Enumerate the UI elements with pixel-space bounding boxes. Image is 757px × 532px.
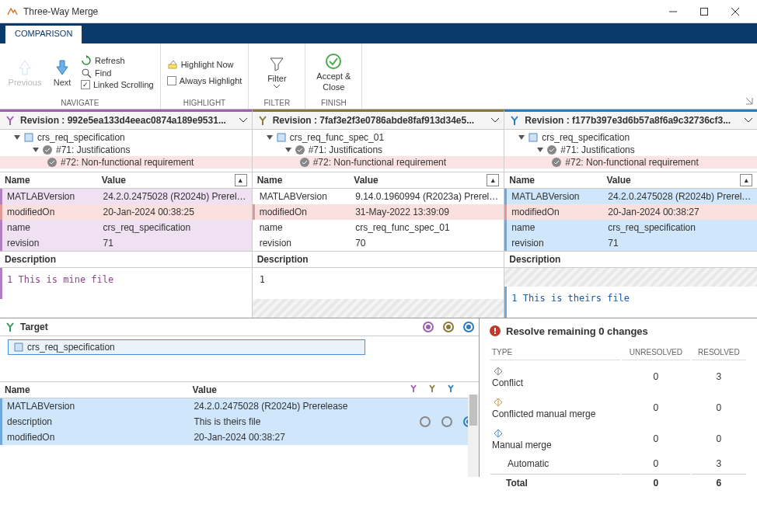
resolve-total-row: Total06	[490, 474, 746, 492]
refresh-button[interactable]: Refresh	[81, 55, 154, 66]
triangle-down-icon	[14, 134, 20, 141]
accept-close-button[interactable]: Accept & Close	[312, 45, 355, 99]
prop-row[interactable]: revision71	[0, 235, 252, 251]
tree-node[interactable]: #71: Justifications	[0, 144, 252, 156]
tab-comparison[interactable]: COMPARISON	[5, 25, 82, 43]
collapse-icon[interactable]: ▴	[235, 174, 247, 186]
svg-point-16	[547, 145, 556, 155]
radio-base-icon[interactable]	[443, 322, 454, 332]
tree-node-highlighted[interactable]: #72: Non-functional requirement	[0, 156, 252, 169]
ribbon-spacer	[362, 43, 757, 109]
prop-key: MATLABVersion	[7, 191, 103, 202]
target-row[interactable]: descriptionThis is theirs file	[0, 414, 479, 429]
target-key: description	[7, 416, 194, 427]
resolve-table: TYPE UNRESOLVED RESOLVED Conflict03Confl…	[489, 343, 748, 493]
svg-rect-6	[169, 64, 176, 68]
file-icon	[23, 132, 34, 143]
collapse-icon[interactable]: ▴	[740, 174, 752, 186]
radio-choice-icon[interactable]	[441, 416, 452, 427]
radio-right-icon[interactable]	[463, 322, 474, 332]
prop-row[interactable]: MATLABVersion9.14.0.1960994 (R2023a) Pre…	[253, 189, 504, 204]
resolve-resolved: 3	[692, 455, 746, 472]
scrollbar[interactable]	[468, 395, 479, 477]
triangle-down-icon	[518, 134, 525, 141]
svg-rect-24	[15, 343, 23, 351]
prop-row[interactable]: namecrs_req_func_spec_01	[253, 220, 504, 235]
highlight-now-button[interactable]: Highlight Now	[167, 59, 242, 70]
branch-base-icon	[257, 115, 268, 126]
svg-point-25	[420, 417, 430, 426]
prop-key: revision	[7, 238, 103, 249]
chevron-down-icon	[239, 118, 247, 123]
resolve-row[interactable]: Manual merge00	[490, 424, 746, 454]
tree-root[interactable]: crs_req_specification	[504, 131, 757, 144]
target-value: 20-Jan-2024 00:38:27	[194, 432, 474, 443]
target-value-input[interactable]: crs_req_specification	[8, 339, 365, 355]
revision-mid-header[interactable]: Revision : 7faf3e2f3e0786abde8faf913d34e…	[253, 112, 504, 130]
target-row[interactable]: modifiedOn20-Jan-2024 00:38:27	[0, 429, 479, 445]
triangle-down-icon	[267, 134, 273, 141]
resolve-row[interactable]: Conflict03	[490, 362, 746, 391]
prop-row[interactable]: MATLABVersion24.2.0.2475028 (R2024b) Pre…	[0, 189, 252, 204]
triangle-down-icon	[537, 147, 543, 153]
svg-rect-1	[701, 8, 708, 15]
resolve-unresolved: 0	[622, 424, 690, 454]
prop-key: modifiedOn	[7, 207, 103, 217]
tree-root[interactable]: crs_req_func_spec_01	[253, 131, 504, 144]
target-row[interactable]: MATLABVersion24.2.0.2475028 (R2024b) Pre…	[0, 398, 479, 414]
filter-button[interactable]: Filter	[255, 45, 298, 99]
prop-key: revision	[511, 238, 608, 249]
tree-node[interactable]: #71: Justifications	[504, 144, 757, 156]
prop-row[interactable]: MATLABVersion24.2.0.2475028 (R2024b) Pre…	[504, 189, 757, 204]
tree-node[interactable]: #71: Justifications	[253, 144, 504, 156]
revision-left-header[interactable]: Revision : 992e5ea133d4eeac0874a189e9531…	[0, 112, 252, 130]
prop-row[interactable]: modifiedOn20-Jan-2024 00:38:25	[0, 204, 252, 220]
minimize-button[interactable]	[658, 0, 689, 23]
tree-mid: crs_req_func_spec_01 #71: Justifications…	[253, 130, 504, 170]
find-button[interactable]: Find	[81, 68, 154, 78]
chevron-down-icon	[745, 118, 752, 123]
close-button[interactable]	[720, 0, 751, 23]
branch-target-icon	[5, 322, 16, 332]
prop-value: 20-Jan-2024 00:38:25	[103, 207, 246, 217]
radio-choice-icon[interactable]	[420, 416, 431, 427]
resolve-unresolved: 0	[622, 362, 690, 391]
collapse-icon[interactable]: ▴	[487, 174, 499, 186]
linked-scrolling-toggle[interactable]: ✓ Linked Scrolling	[81, 80, 154, 89]
bottom-panels: Target crs_req_specification Name Value …	[0, 318, 757, 477]
resolve-row[interactable]: Automatic03	[490, 455, 746, 472]
checkbox-checked-icon: ✓	[81, 80, 90, 89]
titlebar: Three-Way Merge	[0, 0, 757, 23]
prop-row[interactable]: revision70	[253, 235, 504, 251]
maximize-button[interactable]	[689, 0, 720, 23]
always-highlight-toggle[interactable]: Always Highlight	[167, 76, 242, 85]
resolve-row[interactable]: Conflicted manual merge00	[490, 393, 746, 422]
next-button[interactable]: Next	[44, 45, 81, 99]
resolve-label: Conflicted manual merge	[490, 393, 620, 422]
prop-row[interactable]: modifiedOn31-May-2022 13:39:09	[253, 204, 504, 220]
description-header: Description	[253, 251, 504, 268]
prop-row[interactable]: revision71	[504, 235, 757, 251]
ribbon-collapse-icon[interactable]	[745, 96, 754, 106]
prop-key: MATLABVersion	[511, 191, 608, 202]
description-body: 1	[253, 268, 504, 299]
props-header: Name Value ▴	[253, 172, 504, 189]
scrollbar-thumb[interactable]	[469, 395, 477, 426]
tree-node-highlighted[interactable]: #72: Non-functional requirement	[253, 156, 504, 169]
svg-rect-12	[277, 134, 285, 141]
ribbon-group-filter: Filter FILTER	[249, 43, 305, 109]
tree-root[interactable]: crs_req_specification	[0, 131, 252, 144]
prop-row[interactable]: namecrs_req_specification	[504, 220, 757, 235]
target-value: 24.2.0.2475028 (R2024b) Prerelease	[194, 401, 474, 412]
prop-key: name	[511, 222, 608, 233]
tree-node-highlighted[interactable]: #72: Non-functional requirement	[504, 156, 757, 169]
target-value: This is theirs file	[194, 416, 420, 427]
resolve-pane: Resolve remaining 0 changes TYPE UNRESOL…	[480, 318, 757, 477]
prop-row[interactable]: modifiedOn20-Jan-2024 00:38:27	[504, 204, 757, 220]
hatch-area	[253, 299, 504, 318]
radio-left-icon[interactable]	[423, 322, 434, 332]
prop-row[interactable]: namecrs_req_specification	[0, 220, 252, 235]
revision-right: Revision : f177b397e3d6b57a8f6a9c32736cf…	[504, 110, 757, 318]
revision-right-header[interactable]: Revision : f177b397e3d6b57a8f6a9c32736cf…	[504, 112, 757, 130]
revision-left: Revision : 992e5ea133d4eeac0874a189e9531…	[0, 110, 253, 318]
